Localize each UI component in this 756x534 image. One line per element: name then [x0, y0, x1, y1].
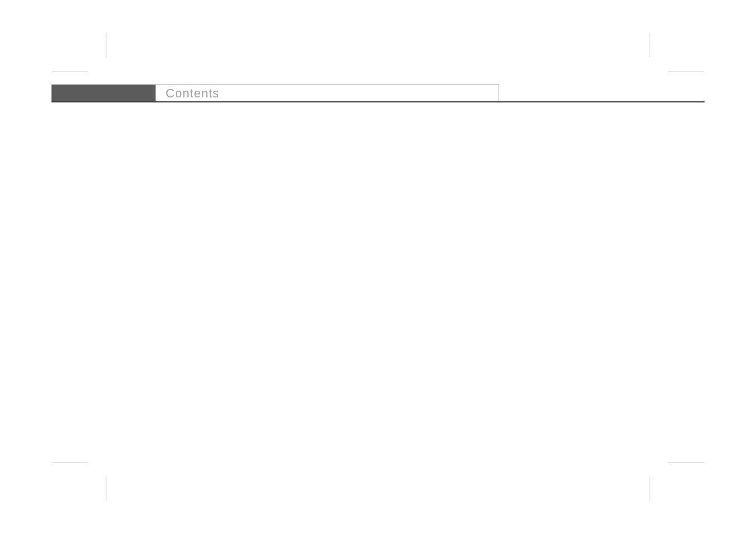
- crop-mark: [52, 72, 88, 72]
- crop-mark: [106, 477, 106, 500]
- header-title-box: Contents: [156, 85, 499, 101]
- crop-mark: [650, 477, 650, 500]
- document-page: Contents: [0, 0, 756, 534]
- crop-mark: [668, 72, 704, 72]
- crop-mark: [650, 34, 650, 57]
- page-header: Contents: [51, 85, 705, 102]
- page-title: Contents: [166, 86, 219, 101]
- crop-mark: [52, 462, 88, 462]
- header-tab-block: [51, 85, 156, 101]
- crop-mark: [668, 462, 704, 462]
- crop-mark: [106, 34, 106, 57]
